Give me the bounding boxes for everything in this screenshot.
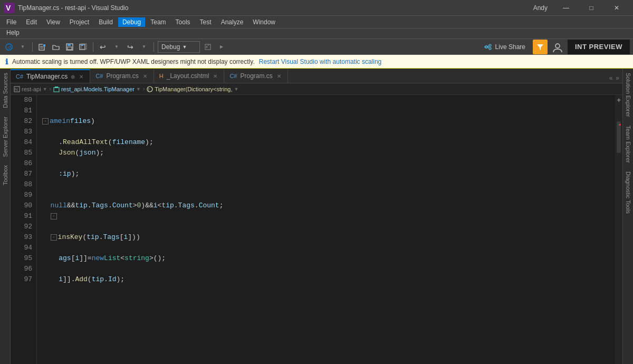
diagnostic-tools-tab[interactable]: Diagnostic Tools	[624, 167, 633, 218]
solution-explorer-tab[interactable]: Solution Explorer	[624, 69, 633, 121]
debug-config-arrow: ▼	[182, 44, 187, 50]
int-preview-button[interactable]: INT PREVIEW	[568, 40, 630, 54]
back-dropdown[interactable]: ▼	[17, 41, 28, 53]
path-bar: N rest-api ▼ › rest_api.Models.TipManage…	[11, 83, 622, 95]
toolbox-tab[interactable]: Toolbox	[1, 161, 10, 189]
debug-btn2[interactable]	[216, 41, 227, 53]
close-button[interactable]: ✕	[605, 0, 629, 16]
tab-close-program2[interactable]: ✕	[276, 73, 282, 80]
tab-tipmanager[interactable]: C# TipManager.cs ⊕ ✕	[11, 69, 90, 83]
code-line-90: null && tip.Tags.Count > 0) && i < tip.T…	[42, 200, 615, 211]
menu-help[interactable]: Help	[2, 28, 24, 37]
svg-text:↺: ↺	[7, 45, 12, 50]
tab-close-layout[interactable]: ✕	[212, 73, 218, 80]
data-sources-tab[interactable]: Data Sources	[1, 69, 10, 112]
redo-dropdown[interactable]: ▼	[138, 41, 150, 53]
tab-scroll-left[interactable]: «	[608, 73, 614, 83]
save-button[interactable]	[64, 41, 75, 53]
menu-analyze[interactable]: Analyze	[217, 17, 248, 27]
path-namespace[interactable]: N rest-api ▼	[14, 86, 47, 92]
code-line-86	[42, 158, 615, 169]
code-line-84: .ReadAllText(filename);	[42, 137, 615, 148]
menu-build[interactable]: Build	[94, 17, 117, 27]
menu-view[interactable]: View	[42, 17, 64, 27]
collapse-91[interactable]: -	[51, 213, 57, 219]
menu-project[interactable]: Project	[65, 17, 93, 27]
collapse-93[interactable]: -	[51, 234, 57, 241]
filter-button[interactable]	[533, 40, 548, 54]
team-explorer-tab[interactable]: Team Explorer	[624, 121, 633, 167]
svg-text:N: N	[15, 87, 18, 92]
tab-icon-layout: H	[159, 73, 164, 79]
scroll-add-btn[interactable]: +	[617, 96, 621, 104]
path-class[interactable]: rest_api.Models.TipManager ▼	[53, 86, 141, 92]
undo-button[interactable]: ↩	[97, 41, 109, 53]
tab-program1[interactable]: C# Program.cs ✕	[90, 69, 154, 83]
line-num-96: 96	[13, 264, 32, 274]
tab-close-tipmanager[interactable]: ✕	[78, 73, 84, 80]
menu-debug[interactable]: Debug	[118, 17, 145, 27]
menu-window[interactable]: Window	[248, 17, 280, 27]
svg-rect-25	[54, 88, 59, 92]
code-line-85: Json(json);	[42, 148, 615, 158]
code-line-94	[42, 243, 615, 253]
code-line-80	[42, 95, 615, 106]
code-line-91: -	[42, 211, 615, 222]
info-message: Automatic scaling is turned off. WPF/UWP…	[12, 58, 255, 65]
menu-file[interactable]: File	[2, 17, 21, 27]
namespace-icon: N	[14, 86, 20, 92]
tab-program1-label: Program.cs	[106, 72, 138, 80]
undo-dropdown[interactable]: ▼	[111, 41, 122, 53]
tab-scroll-right[interactable]: »	[615, 73, 620, 83]
server-explorer-tab[interactable]: Server Explorer	[1, 112, 10, 161]
live-share-button[interactable]: Live Share	[478, 42, 531, 52]
profile-button[interactable]	[552, 41, 563, 53]
tab-layout[interactable]: H _Layout.cshtml ✕	[154, 69, 225, 83]
line-num-97: 97	[13, 274, 32, 285]
code-line-92	[42, 222, 615, 232]
code-line-81	[42, 106, 615, 116]
line-num-88: 88	[13, 179, 32, 190]
tab-scroll-controls: « »	[606, 73, 622, 83]
editor-container: C# TipManager.cs ⊕ ✕ C# Program.cs ✕ H _…	[11, 69, 622, 364]
new-project-button[interactable]	[36, 41, 48, 53]
menu-tools[interactable]: Tools	[171, 17, 195, 27]
tab-bar: C# TipManager.cs ⊕ ✕ C# Program.cs ✕ H _…	[11, 69, 622, 83]
user-label: Andy	[533, 4, 548, 12]
line-num-89: 89	[13, 190, 32, 200]
redo-button[interactable]: ↪	[124, 41, 136, 53]
toolbar-sep-1	[32, 42, 33, 52]
line-num-93: 93	[13, 232, 32, 243]
title-bar-left: V TipManager.cs - rest-api - Visual Stud…	[4, 3, 128, 13]
open-button[interactable]	[50, 41, 62, 53]
minimize-button[interactable]: —	[554, 0, 578, 16]
tab-program2[interactable]: C# Program.cs ✕	[224, 69, 287, 83]
maximize-button[interactable]: □	[579, 0, 603, 16]
save-all-button[interactable]	[78, 41, 89, 53]
info-link[interactable]: Restart Visual Studio with automatic sca…	[259, 58, 382, 65]
path-sep-1: ›	[50, 86, 51, 92]
code-content[interactable]: -ame in files) .ReadAllText(filename); J…	[37, 95, 615, 364]
code-editor[interactable]: 80 81 82 83 84 85 86 87 88 89 90 91 92 9…	[11, 95, 622, 364]
tab-icon-cs: C#	[16, 73, 23, 80]
line-num-83: 83	[13, 127, 32, 137]
tab-close-program1[interactable]: ✕	[142, 73, 148, 80]
menu-edit[interactable]: Edit	[22, 17, 41, 27]
collapse-82[interactable]: -	[42, 118, 49, 124]
code-line-95: ags[i]] = new List<string>();	[42, 253, 615, 264]
code-line-88	[42, 179, 615, 190]
tab-layout-label: _Layout.cshtml	[167, 72, 209, 80]
info-bar: ℹ Automatic scaling is turned off. WPF/U…	[0, 55, 633, 69]
live-share-label: Live Share	[495, 43, 525, 51]
menu-test[interactable]: Test	[196, 17, 216, 27]
tab-icon-program1: C#	[95, 73, 103, 79]
scrollbar-thumb[interactable]	[617, 121, 621, 153]
debug-btn1[interactable]	[202, 41, 214, 53]
debug-config-dropdown[interactable]: Debug ▼	[158, 41, 200, 53]
toolbar-sep-3	[154, 42, 154, 52]
debug-icon-1	[204, 43, 212, 51]
line-num-87: 87	[13, 169, 32, 179]
menu-team[interactable]: Team	[146, 17, 170, 27]
back-button[interactable]: ↺	[3, 41, 15, 53]
path-method[interactable]: f TipManager(Dictionary<string, ▼	[147, 86, 238, 92]
